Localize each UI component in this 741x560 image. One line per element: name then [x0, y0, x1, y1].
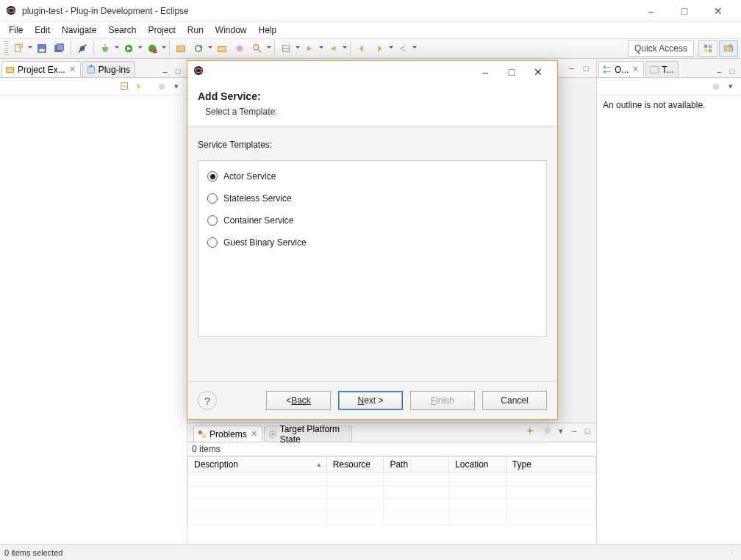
window-maximize-button[interactable]: □	[667, 0, 701, 22]
close-icon[interactable]: ✕	[69, 65, 76, 74]
menu-file[interactable]: File	[3, 24, 29, 37]
right-tab-row: O... ✕ T... ‒ □	[597, 59, 741, 78]
link-editor-button[interactable]	[134, 81, 146, 93]
outline-empty-text: An outline is not available.	[603, 100, 705, 110]
nav-forward-dropdown[interactable]	[388, 40, 394, 57]
project-explorer-body[interactable]	[0, 96, 187, 544]
add-service-dialog: ‒ □ ✕ Add Service: Select a Template: Se…	[187, 60, 558, 420]
view-maximize-button[interactable]: □	[172, 65, 184, 77]
new-dropdown[interactable]	[27, 40, 33, 57]
back-button[interactable]: < Back	[266, 391, 331, 410]
filter-button[interactable]	[542, 425, 554, 437]
cancel-button[interactable]: Cancel	[482, 391, 547, 410]
debug-button[interactable]	[97, 40, 113, 57]
svg-rect-18	[177, 46, 185, 52]
reload-target-dropdown[interactable]	[207, 40, 213, 57]
save-button[interactable]	[34, 40, 50, 57]
dialog-minimize-button[interactable]: ‒	[472, 62, 498, 82]
menu-navigate[interactable]: Navigate	[56, 24, 102, 37]
menu-help[interactable]: Help	[253, 24, 283, 37]
col-resource[interactable]: Resource	[326, 457, 384, 473]
radio-guest-binary-service[interactable]: Guest Binary Service	[207, 237, 537, 248]
problems-table[interactable]: Description▲ Resource Path Location Type	[187, 456, 596, 544]
help-button[interactable]: ?	[198, 391, 217, 410]
run-button[interactable]	[121, 40, 137, 57]
open-task-button[interactable]	[232, 40, 248, 57]
view-menu-button[interactable]: ▾	[555, 425, 567, 437]
prev-annotation-dropdown[interactable]	[342, 40, 348, 57]
tab-plugins[interactable]: Plug-ins	[82, 61, 135, 77]
next-annotation-button[interactable]	[301, 40, 318, 57]
view-minimize-button[interactable]: ‒	[568, 425, 580, 437]
tab-task-list[interactable]: T...	[645, 61, 679, 77]
dialog-maximize-button[interactable]: □	[498, 62, 525, 82]
view-minimize-button[interactable]: ‒	[159, 65, 171, 77]
menu-project[interactable]: Project	[142, 24, 181, 37]
skip-breakpoints-button[interactable]	[74, 40, 90, 57]
history-back-button[interactable]	[395, 40, 411, 57]
history-back-dropdown[interactable]	[412, 40, 418, 57]
tab-outline[interactable]: O... ✕	[598, 61, 644, 77]
task-presentation-button[interactable]	[710, 81, 722, 93]
toggle-mark-button[interactable]	[278, 40, 294, 57]
tab-project-explorer[interactable]: Project Ex... ✕	[1, 61, 81, 77]
pde-perspective-button[interactable]	[719, 40, 738, 57]
next-button[interactable]: Next >	[338, 391, 403, 410]
radio-label: Stateless Service	[223, 193, 292, 204]
window-close-button[interactable]: ✕	[701, 0, 735, 22]
svg-rect-33	[704, 49, 707, 52]
view-maximize-button[interactable]: □	[726, 65, 738, 77]
search-dropdown[interactable]	[266, 40, 272, 57]
open-type-button[interactable]	[214, 40, 230, 57]
prev-annotation-button[interactable]	[325, 40, 341, 57]
toolbar-grip	[4, 41, 8, 56]
col-path[interactable]: Path	[384, 457, 449, 473]
run-dropdown[interactable]	[137, 40, 143, 57]
radio-stateless-service[interactable]: Stateless Service	[207, 193, 537, 204]
external-tools-button[interactable]	[144, 40, 160, 57]
editor-minimize-button[interactable]: ‒	[565, 62, 577, 74]
external-tools-dropdown[interactable]	[161, 40, 167, 57]
reload-target-button[interactable]	[190, 40, 207, 57]
save-all-button[interactable]	[51, 40, 68, 57]
nav-forward-button[interactable]	[371, 40, 387, 57]
menu-search[interactable]: Search	[102, 24, 142, 37]
view-maximize-button[interactable]: □	[581, 425, 593, 437]
view-minimize-button[interactable]: ‒	[713, 65, 725, 77]
col-type[interactable]: Type	[506, 457, 595, 473]
left-tab-row: Project Ex... ✕ Plug-ins ‒ □	[0, 59, 187, 78]
dialog-close-button[interactable]: ✕	[525, 62, 551, 82]
nav-back-button[interactable]	[354, 40, 370, 57]
view-menu-button[interactable]: ▾	[171, 81, 182, 93]
dialog-title: Add Service:	[198, 90, 547, 102]
menu-window[interactable]: Window	[210, 24, 253, 37]
view-menu-button[interactable]: ▾	[725, 81, 737, 93]
quick-access-field[interactable]: Quick Access	[628, 40, 694, 57]
bottom-stack: Problems ✕ Target Platform State ▾ ‒ □ 0…	[187, 423, 596, 544]
radio-container-service[interactable]: Container Service	[207, 215, 537, 226]
new-button[interactable]	[10, 40, 26, 57]
radio-actor-service[interactable]: Actor Service	[207, 171, 537, 182]
close-icon[interactable]: ✕	[632, 65, 639, 74]
search-button[interactable]	[249, 40, 265, 57]
dialog-subtitle: Select a Template:	[205, 107, 547, 117]
tab-problems[interactable]: Problems ✕	[193, 426, 262, 442]
window-minimize-button[interactable]: ‒	[634, 0, 667, 22]
focus-button[interactable]	[524, 425, 536, 437]
dialog-titlebar[interactable]: ‒ □ ✕	[187, 61, 557, 83]
close-icon[interactable]: ✕	[251, 429, 257, 439]
col-location[interactable]: Location	[449, 457, 506, 473]
menu-run[interactable]: Run	[182, 24, 210, 37]
toggle-mark-dropdown[interactable]	[295, 40, 301, 57]
open-perspective-button[interactable]	[698, 40, 717, 57]
editor-maximize-button[interactable]: □	[580, 62, 592, 74]
finish-button[interactable]: Finish	[410, 391, 475, 410]
menu-edit[interactable]: Edit	[29, 24, 56, 37]
radio-icon	[207, 193, 218, 204]
collapse-all-button[interactable]	[119, 81, 131, 93]
debug-dropdown[interactable]	[114, 40, 120, 57]
next-annotation-dropdown[interactable]	[318, 40, 324, 57]
open-plugin-artifact-button[interactable]	[173, 40, 189, 57]
focus-task-button[interactable]	[156, 81, 168, 93]
tab-target-platform-state[interactable]: Target Platform State	[264, 426, 352, 442]
